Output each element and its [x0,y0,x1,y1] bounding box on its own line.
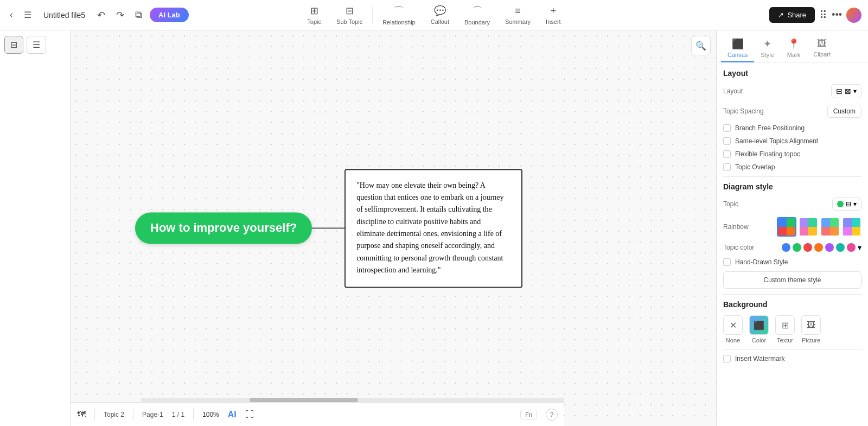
help-button[interactable]: ? [546,409,558,421]
color-more-icon[interactable]: ▾ [858,243,861,252]
share-label: Share [787,11,806,19]
hand-drawn-row: Hand-Drawn Style [723,258,861,266]
branch-free-checkbox[interactable] [723,124,731,132]
subtopic-icon: ⊟ [346,5,354,17]
background-options: ✕ None ⬛ Color ⊞ Textur 🖼 Picture [723,315,861,344]
copy-button[interactable]: ⧉ [132,7,145,23]
bottom-bar: 🗺 Topic 2 Page-1 1 / 1 100% AI ⛶ Fn ? [71,402,564,426]
hand-drawn-checkbox[interactable] [723,258,731,266]
style-tab-label: Style [761,52,774,58]
search-overlay: 🔍 [691,36,711,55]
insert-label: Insert [546,18,561,25]
tab-style[interactable]: ✦ Style [754,35,780,62]
topic-tool[interactable]: ⊞ Topic [299,2,329,28]
boundary-tool[interactable]: ⌒ Boundary [457,1,497,29]
bg-color-option[interactable]: ⬛ Color [749,315,769,344]
color-purple[interactable] [825,243,834,252]
page-label: Page-1 [142,411,163,418]
summary-icon: ≡ [515,5,521,17]
mark-tab-label: Mark [787,52,800,58]
right-panel-tabs: ⬛ Canvas ✦ Style 📍 Mark 🖼 Clipart [717,30,868,62]
callout-icon: 💬 [434,5,446,17]
color-green[interactable] [793,243,801,252]
menu-button[interactable]: ☰ [21,8,35,22]
color-teal[interactable] [836,243,845,252]
ai-button[interactable]: AI [228,410,237,419]
tab-canvas[interactable]: ⬛ Canvas [721,35,754,62]
color-red[interactable] [803,243,812,252]
divider-3 [723,349,861,349]
bg-none-option[interactable]: ✕ None [723,315,743,344]
toolbar-divider-1 [372,7,373,24]
insert-icon: + [551,5,557,17]
redo-button[interactable]: ↷ [113,7,127,23]
callout-tool[interactable]: 💬 Callout [423,2,457,28]
topic-color-row: Topic color ▾ [723,243,861,252]
same-level-row: Same-level Topics Alignment [723,137,861,145]
mind-map-container: How to improve yourself? "How may one el… [135,169,522,288]
callout-label: Callout [431,18,449,25]
rainbow-option-4[interactable] [842,217,861,237]
connector-line [312,228,344,229]
horizontal-scrollbar[interactable] [141,398,564,402]
branch-free-row: Branch Free Positioning [723,124,861,132]
background-section-title: Background [723,300,861,309]
list-view-button[interactable]: ☰ [27,36,46,54]
topic-overlap-label: Topic Overlap [735,163,775,171]
rainbow-option-2[interactable] [799,217,818,237]
topic-overlap-checkbox[interactable] [723,163,731,171]
canvas-area[interactable]: How to improve yourself? "How may one el… [71,30,716,426]
share-icon: ↗ [778,11,784,19]
main-topic-node[interactable]: How to improve yourself? [135,213,312,244]
bottom-divider-3 [193,409,194,420]
toolbar: ‹ ☰ Untitled file5 ↶ ↷ ⧉ AI Lab ⊞ Topic … [0,0,868,30]
same-level-label: Same-level Topics Alignment [735,137,818,145]
file-title[interactable]: Untitled file5 [39,9,90,22]
ai-lab-button[interactable]: AI Lab [150,8,189,22]
back-button[interactable]: ‹ [7,7,16,23]
share-button[interactable]: ↗ Share [769,7,815,23]
toolbar-left: ‹ ☰ Untitled file5 ↶ ↷ ⧉ AI Lab [7,7,189,23]
bg-texture-label: Textur [777,337,793,344]
topic-style-dropdown[interactable]: ⊟ ▾ [832,198,861,211]
rainbow-option-1[interactable] [777,217,796,237]
same-level-checkbox[interactable] [723,137,731,145]
hand-drawn-label: Hand-Drawn Style [735,258,788,266]
topic-spacing-value[interactable]: Custom [827,105,861,118]
fn-button[interactable]: Fn [520,410,537,419]
watermark-label: Insert Watermark [735,355,785,363]
bg-none-label: None [726,337,740,344]
map-icon[interactable]: 🗺 [77,410,86,419]
subtopic-tool[interactable]: ⊟ Sub Topic [329,2,370,28]
fullscreen-button[interactable]: ⛶ [245,410,254,419]
color-pink[interactable] [847,243,856,252]
more-button[interactable]: ••• [832,9,842,21]
apps-button[interactable]: ⠿ [819,9,827,22]
boundary-icon: ⌒ [473,4,482,17]
topic-spacing-label: Topic Spacing [723,107,823,115]
grid-view-button[interactable]: ⊟ [4,36,23,54]
bottom-divider-2 [133,409,133,420]
relationship-tool[interactable]: ⌒ Relationship [375,1,423,29]
bg-color-label: Color [752,337,766,344]
user-avatar[interactable] [846,8,861,23]
rainbow-option-3[interactable] [820,217,840,237]
watermark-checkbox[interactable] [723,355,731,363]
color-orange[interactable] [814,243,823,252]
zoom-level: 100% [202,411,219,418]
sub-topic-node[interactable]: "How may one elevate their own being? A … [344,169,522,288]
summary-tool[interactable]: ≡ Summary [497,2,538,28]
custom-theme-button[interactable]: Custom theme style [723,271,861,289]
color-blue[interactable] [782,243,790,252]
tab-mark[interactable]: 📍 Mark [781,35,807,62]
bg-texture-option[interactable]: ⊞ Textur [775,315,795,344]
rainbow-options [777,217,861,237]
tab-clipart[interactable]: 🖼 Clipart [807,35,837,62]
style-tab-icon: ✦ [763,38,771,50]
bg-picture-option[interactable]: 🖼 Picture [801,315,821,344]
flexible-checkbox[interactable] [723,150,731,158]
search-button[interactable]: 🔍 [691,36,711,55]
insert-tool[interactable]: + Insert [538,2,569,28]
layout-value[interactable]: ⊟ ⊠ ▾ [831,84,861,98]
undo-button[interactable]: ↶ [94,7,108,23]
